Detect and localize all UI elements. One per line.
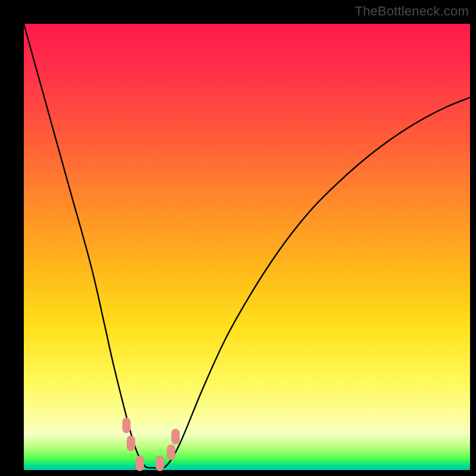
curve-svg bbox=[24, 24, 470, 470]
plot-area bbox=[24, 24, 470, 470]
watermark-text: TheBottleneck.com bbox=[355, 4, 469, 19]
chart-frame: TheBottleneck.com bbox=[0, 0, 476, 476]
marker-pill bbox=[156, 456, 164, 471]
marker-pill bbox=[123, 418, 131, 433]
bottleneck-curve bbox=[24, 24, 470, 468]
marker-pill bbox=[167, 444, 176, 460]
marker-pill bbox=[171, 429, 180, 444]
marker-pill bbox=[127, 436, 135, 451]
curve-markers bbox=[123, 418, 180, 471]
marker-pill bbox=[136, 456, 144, 471]
